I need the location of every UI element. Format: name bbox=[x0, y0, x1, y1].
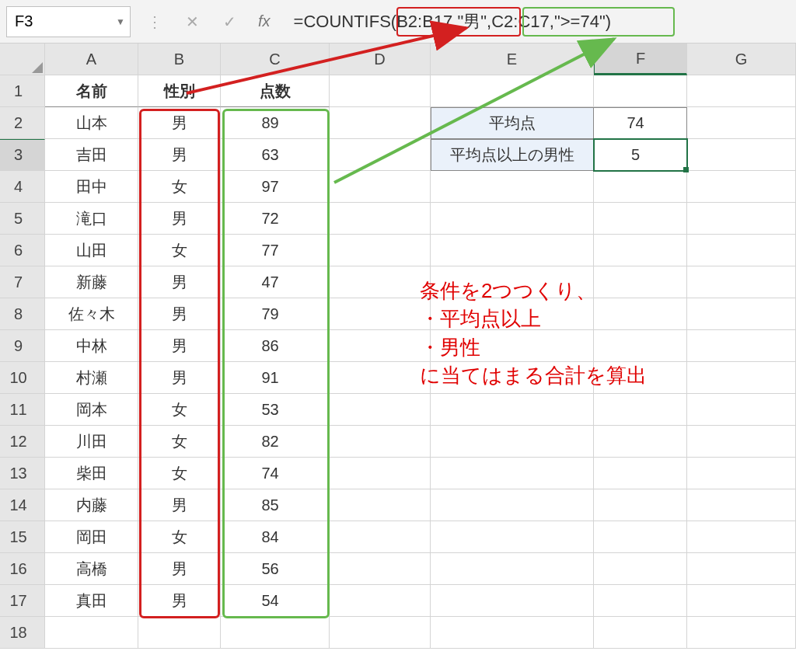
cell-G8[interactable] bbox=[687, 298, 796, 330]
cell-F18[interactable] bbox=[594, 617, 687, 649]
cell-D6[interactable] bbox=[330, 235, 431, 266]
cell-B7[interactable]: 男 bbox=[138, 266, 221, 298]
cell-D12[interactable] bbox=[330, 426, 431, 458]
summary-count-value[interactable]: 5 bbox=[594, 139, 687, 171]
cell-C11[interactable]: 53 bbox=[221, 394, 330, 426]
cancel-icon[interactable]: ✕ bbox=[183, 13, 201, 30]
cell-D2[interactable] bbox=[330, 107, 431, 139]
row-header-8[interactable]: 8 bbox=[0, 298, 45, 330]
row-header-6[interactable]: 6 bbox=[0, 235, 45, 266]
row-header-12[interactable]: 12 bbox=[0, 426, 45, 458]
cell-C2[interactable]: 89 bbox=[221, 107, 330, 139]
cell-D5[interactable] bbox=[330, 203, 431, 235]
fx-icon[interactable]: fx bbox=[258, 12, 271, 30]
cell-A15[interactable]: 岡田 bbox=[45, 521, 138, 553]
cell-D4[interactable] bbox=[330, 171, 431, 203]
cell-G12[interactable] bbox=[687, 426, 796, 458]
cell-A8[interactable]: 佐々木 bbox=[45, 298, 138, 330]
cell-C17[interactable]: 54 bbox=[221, 585, 330, 617]
cell-D15[interactable] bbox=[330, 521, 431, 553]
cell-E17[interactable] bbox=[431, 585, 594, 617]
cell-B14[interactable]: 男 bbox=[138, 489, 221, 521]
cell-G7[interactable] bbox=[687, 266, 796, 298]
cell-C13[interactable]: 74 bbox=[221, 458, 330, 489]
cell-G11[interactable] bbox=[687, 394, 796, 426]
cell-D11[interactable] bbox=[330, 394, 431, 426]
row-header-2[interactable]: 2 bbox=[0, 107, 45, 139]
cell-G15[interactable] bbox=[687, 521, 796, 553]
cell-A14[interactable]: 内藤 bbox=[45, 489, 138, 521]
cell-B3[interactable]: 男 bbox=[138, 139, 221, 171]
cell-A11[interactable]: 岡本 bbox=[45, 394, 138, 426]
cell-B8[interactable]: 男 bbox=[138, 298, 221, 330]
cell-C12[interactable]: 82 bbox=[221, 426, 330, 458]
cell-F4[interactable] bbox=[594, 171, 687, 203]
cell-F16[interactable] bbox=[594, 553, 687, 585]
row-header-17[interactable]: 17 bbox=[0, 585, 45, 617]
cell-E13[interactable] bbox=[431, 458, 594, 489]
cell-F11[interactable] bbox=[594, 394, 687, 426]
cell-E6[interactable] bbox=[431, 235, 594, 266]
cell-A16[interactable]: 高橋 bbox=[45, 553, 138, 585]
chevron-down-icon[interactable]: ▼ bbox=[116, 16, 125, 27]
cell-B12[interactable]: 女 bbox=[138, 426, 221, 458]
row-header-16[interactable]: 16 bbox=[0, 553, 45, 585]
cell-A7[interactable]: 新藤 bbox=[45, 266, 138, 298]
row-header-9[interactable]: 9 bbox=[0, 330, 45, 362]
row-header-15[interactable]: 15 bbox=[0, 521, 45, 553]
cell-G9[interactable] bbox=[687, 330, 796, 362]
cell-A13[interactable]: 柴田 bbox=[45, 458, 138, 489]
cell-F17[interactable] bbox=[594, 585, 687, 617]
cell-G14[interactable] bbox=[687, 489, 796, 521]
cell-E15[interactable] bbox=[431, 521, 594, 553]
cell-F12[interactable] bbox=[594, 426, 687, 458]
row-header-18[interactable]: 18 bbox=[0, 617, 45, 649]
cell-C9[interactable]: 86 bbox=[221, 330, 330, 362]
row-header-11[interactable]: 11 bbox=[0, 394, 45, 426]
cell-C3[interactable]: 63 bbox=[221, 139, 330, 171]
cell-B2[interactable]: 男 bbox=[138, 107, 221, 139]
cell-B15[interactable]: 女 bbox=[138, 521, 221, 553]
name-box[interactable]: F3 ▼ bbox=[6, 6, 131, 37]
select-all-corner[interactable] bbox=[0, 44, 45, 75]
cell-D18[interactable] bbox=[330, 617, 431, 649]
cell-B4[interactable]: 女 bbox=[138, 171, 221, 203]
cell-D14[interactable] bbox=[330, 489, 431, 521]
cell-E1[interactable] bbox=[431, 75, 594, 107]
cell-B17[interactable]: 男 bbox=[138, 585, 221, 617]
cell-B18[interactable] bbox=[138, 617, 221, 649]
cell-G3[interactable] bbox=[687, 139, 796, 171]
cell-F13[interactable] bbox=[594, 458, 687, 489]
cell-C10[interactable]: 91 bbox=[221, 362, 330, 394]
row-header-10[interactable]: 10 bbox=[0, 362, 45, 394]
column-header-G[interactable]: G bbox=[687, 44, 796, 75]
column-header-D[interactable]: D bbox=[330, 44, 431, 75]
cell-E18[interactable] bbox=[431, 617, 594, 649]
cell-D3[interactable] bbox=[330, 139, 431, 171]
cell-B6[interactable]: 女 bbox=[138, 235, 221, 266]
spreadsheet-grid[interactable]: ABCDEFG1名前性別点数2山本男89平均点743吉田男63平均点以上の男性5… bbox=[0, 44, 796, 649]
cell-A5[interactable]: 滝口 bbox=[45, 203, 138, 235]
cell-D7[interactable] bbox=[330, 266, 431, 298]
cell-B16[interactable]: 男 bbox=[138, 553, 221, 585]
cell-F5[interactable] bbox=[594, 203, 687, 235]
cell-G13[interactable] bbox=[687, 458, 796, 489]
cell-G16[interactable] bbox=[687, 553, 796, 585]
cell-A17[interactable]: 真田 bbox=[45, 585, 138, 617]
formula-input[interactable]: =COUNTIFS( B2:B17,"男" , C2:C17,">=74" ) bbox=[286, 6, 796, 37]
cell-B10[interactable]: 男 bbox=[138, 362, 221, 394]
cell-G1[interactable] bbox=[687, 75, 796, 107]
row-header-14[interactable]: 14 bbox=[0, 489, 45, 521]
column-header-E[interactable]: E bbox=[431, 44, 594, 75]
enter-icon[interactable]: ✓ bbox=[221, 13, 238, 30]
cell-F15[interactable] bbox=[594, 521, 687, 553]
row-header-13[interactable]: 13 bbox=[0, 458, 45, 489]
cell-B11[interactable]: 女 bbox=[138, 394, 221, 426]
cell-D17[interactable] bbox=[330, 585, 431, 617]
cell-G17[interactable] bbox=[687, 585, 796, 617]
row-header-3[interactable]: 3 bbox=[0, 139, 45, 171]
cell-E16[interactable] bbox=[431, 553, 594, 585]
cell-A2[interactable]: 山本 bbox=[45, 107, 138, 139]
cell-G10[interactable] bbox=[687, 362, 796, 394]
cell-F14[interactable] bbox=[594, 489, 687, 521]
